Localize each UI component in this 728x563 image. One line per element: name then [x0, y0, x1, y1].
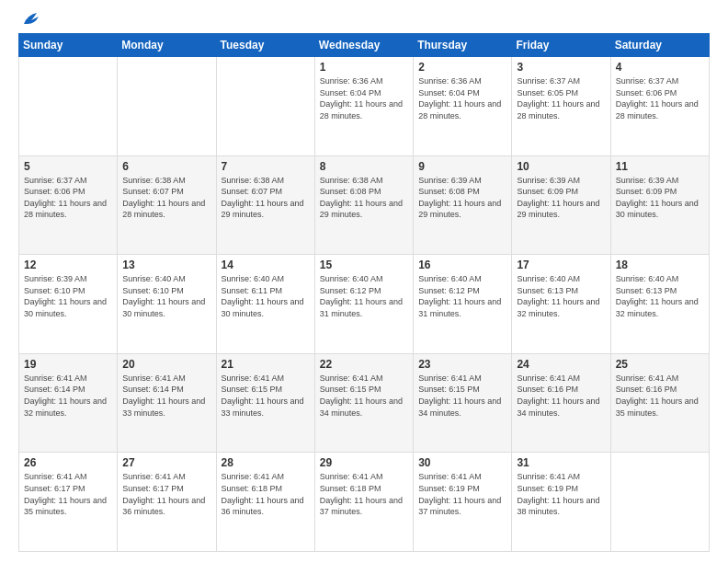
day-info: Sunrise: 6:41 AM Sunset: 6:19 PM Dayligh… — [517, 471, 605, 517]
day-number: 8 — [320, 160, 408, 173]
calendar-cell: 19Sunrise: 6:41 AM Sunset: 6:14 PM Dayli… — [19, 353, 118, 453]
calendar-cell: 16Sunrise: 6:40 AM Sunset: 6:12 PM Dayli… — [414, 255, 512, 354]
day-number: 23 — [418, 358, 506, 371]
day-number: 17 — [517, 259, 605, 271]
calendar-cell: 5Sunrise: 6:37 AM Sunset: 6:06 PM Daylig… — [19, 155, 118, 255]
calendar-cell — [610, 453, 709, 552]
day-number: 2 — [418, 61, 506, 74]
day-number: 18 — [616, 259, 704, 271]
day-info: Sunrise: 6:41 AM Sunset: 6:14 PM Dayligh… — [122, 373, 210, 419]
calendar-cell — [118, 57, 216, 156]
day-info: Sunrise: 6:36 AM Sunset: 6:04 PM Dayligh… — [320, 75, 408, 121]
calendar-cell: 21Sunrise: 6:41 AM Sunset: 6:15 PM Dayli… — [216, 353, 314, 453]
calendar-week-row: 26Sunrise: 6:41 AM Sunset: 6:17 PM Dayli… — [19, 453, 710, 552]
calendar-cell: 3Sunrise: 6:37 AM Sunset: 6:05 PM Daylig… — [512, 57, 610, 156]
calendar-header-row: SundayMondayTuesdayWednesdayThursdayFrid… — [19, 34, 710, 57]
logo-bird-icon — [20, 11, 40, 28]
day-info: Sunrise: 6:40 AM Sunset: 6:13 PM Dayligh… — [517, 273, 605, 319]
calendar-cell — [216, 57, 314, 156]
calendar-table: SundayMondayTuesdayWednesdayThursdayFrid… — [18, 33, 710, 552]
day-number: 13 — [122, 259, 210, 271]
logo — [18, 15, 40, 24]
calendar-cell: 30Sunrise: 6:41 AM Sunset: 6:19 PM Dayli… — [414, 453, 512, 552]
calendar-cell: 10Sunrise: 6:39 AM Sunset: 6:09 PM Dayli… — [512, 155, 610, 255]
day-info: Sunrise: 6:41 AM Sunset: 6:15 PM Dayligh… — [320, 373, 408, 419]
calendar-cell: 11Sunrise: 6:39 AM Sunset: 6:09 PM Dayli… — [610, 155, 709, 255]
calendar-cell: 27Sunrise: 6:41 AM Sunset: 6:17 PM Dayli… — [118, 453, 216, 552]
calendar-week-row: 19Sunrise: 6:41 AM Sunset: 6:14 PM Dayli… — [19, 353, 710, 453]
calendar-day-header: Monday — [118, 34, 216, 57]
day-info: Sunrise: 6:37 AM Sunset: 6:06 PM Dayligh… — [616, 75, 704, 121]
calendar-day-header: Wednesday — [314, 34, 413, 57]
calendar-cell: 22Sunrise: 6:41 AM Sunset: 6:15 PM Dayli… — [314, 353, 413, 453]
day-info: Sunrise: 6:41 AM Sunset: 6:15 PM Dayligh… — [418, 373, 506, 419]
day-number: 15 — [320, 259, 408, 271]
calendar-cell: 4Sunrise: 6:37 AM Sunset: 6:06 PM Daylig… — [610, 57, 709, 156]
calendar-cell: 28Sunrise: 6:41 AM Sunset: 6:18 PM Dayli… — [216, 453, 314, 552]
day-number: 10 — [517, 160, 605, 173]
day-number: 21 — [222, 358, 310, 371]
calendar-cell: 29Sunrise: 6:41 AM Sunset: 6:18 PM Dayli… — [314, 453, 413, 552]
day-info: Sunrise: 6:40 AM Sunset: 6:11 PM Dayligh… — [222, 273, 310, 319]
day-number: 29 — [320, 456, 408, 469]
calendar-cell: 2Sunrise: 6:36 AM Sunset: 6:04 PM Daylig… — [414, 57, 512, 156]
calendar-day-header: Friday — [512, 34, 610, 57]
day-number: 24 — [517, 358, 605, 371]
day-number: 19 — [24, 358, 112, 371]
header — [18, 15, 710, 24]
day-number: 22 — [320, 358, 408, 371]
day-info: Sunrise: 6:36 AM Sunset: 6:04 PM Dayligh… — [418, 75, 506, 121]
day-number: 5 — [24, 160, 112, 173]
day-info: Sunrise: 6:38 AM Sunset: 6:08 PM Dayligh… — [320, 175, 408, 221]
day-number: 16 — [418, 259, 506, 271]
day-info: Sunrise: 6:37 AM Sunset: 6:06 PM Dayligh… — [24, 175, 112, 221]
day-number: 3 — [517, 61, 605, 74]
day-info: Sunrise: 6:38 AM Sunset: 6:07 PM Dayligh… — [222, 175, 310, 221]
day-info: Sunrise: 6:40 AM Sunset: 6:12 PM Dayligh… — [320, 273, 408, 319]
calendar-cell: 15Sunrise: 6:40 AM Sunset: 6:12 PM Dayli… — [314, 255, 413, 354]
day-info: Sunrise: 6:39 AM Sunset: 6:09 PM Dayligh… — [616, 175, 704, 221]
day-info: Sunrise: 6:41 AM Sunset: 6:18 PM Dayligh… — [222, 471, 310, 517]
day-info: Sunrise: 6:41 AM Sunset: 6:14 PM Dayligh… — [24, 373, 112, 419]
day-number: 12 — [24, 259, 112, 271]
calendar-week-row: 12Sunrise: 6:39 AM Sunset: 6:10 PM Dayli… — [19, 255, 710, 354]
day-info: Sunrise: 6:41 AM Sunset: 6:15 PM Dayligh… — [222, 373, 310, 419]
day-number: 25 — [616, 358, 704, 371]
calendar-week-row: 1Sunrise: 6:36 AM Sunset: 6:04 PM Daylig… — [19, 57, 710, 156]
day-number: 26 — [24, 456, 112, 469]
calendar-cell: 20Sunrise: 6:41 AM Sunset: 6:14 PM Dayli… — [118, 353, 216, 453]
day-info: Sunrise: 6:39 AM Sunset: 6:08 PM Dayligh… — [418, 175, 506, 221]
calendar-cell: 12Sunrise: 6:39 AM Sunset: 6:10 PM Dayli… — [19, 255, 118, 354]
calendar-cell: 17Sunrise: 6:40 AM Sunset: 6:13 PM Dayli… — [512, 255, 610, 354]
day-number: 9 — [418, 160, 506, 173]
calendar-cell: 31Sunrise: 6:41 AM Sunset: 6:19 PM Dayli… — [512, 453, 610, 552]
calendar-cell: 1Sunrise: 6:36 AM Sunset: 6:04 PM Daylig… — [314, 57, 413, 156]
day-number: 14 — [222, 259, 310, 271]
day-number: 1 — [320, 61, 408, 74]
calendar-cell: 26Sunrise: 6:41 AM Sunset: 6:17 PM Dayli… — [19, 453, 118, 552]
day-info: Sunrise: 6:41 AM Sunset: 6:19 PM Dayligh… — [418, 471, 506, 517]
day-info: Sunrise: 6:37 AM Sunset: 6:05 PM Dayligh… — [517, 75, 605, 121]
day-info: Sunrise: 6:40 AM Sunset: 6:10 PM Dayligh… — [122, 273, 210, 319]
page: SundayMondayTuesdayWednesdayThursdayFrid… — [0, 0, 728, 563]
day-number: 6 — [122, 160, 210, 173]
day-info: Sunrise: 6:41 AM Sunset: 6:17 PM Dayligh… — [122, 471, 210, 517]
calendar-cell: 24Sunrise: 6:41 AM Sunset: 6:16 PM Dayli… — [512, 353, 610, 453]
day-info: Sunrise: 6:41 AM Sunset: 6:18 PM Dayligh… — [320, 471, 408, 517]
calendar-cell: 13Sunrise: 6:40 AM Sunset: 6:10 PM Dayli… — [118, 255, 216, 354]
day-number: 4 — [616, 61, 704, 74]
day-info: Sunrise: 6:41 AM Sunset: 6:16 PM Dayligh… — [517, 373, 605, 419]
day-info: Sunrise: 6:41 AM Sunset: 6:16 PM Dayligh… — [616, 373, 704, 419]
day-number: 28 — [222, 456, 310, 469]
day-info: Sunrise: 6:40 AM Sunset: 6:12 PM Dayligh… — [418, 273, 506, 319]
day-info: Sunrise: 6:41 AM Sunset: 6:17 PM Dayligh… — [24, 471, 112, 517]
day-info: Sunrise: 6:38 AM Sunset: 6:07 PM Dayligh… — [122, 175, 210, 221]
day-info: Sunrise: 6:39 AM Sunset: 6:09 PM Dayligh… — [517, 175, 605, 221]
calendar-cell: 25Sunrise: 6:41 AM Sunset: 6:16 PM Dayli… — [610, 353, 709, 453]
calendar-cell: 9Sunrise: 6:39 AM Sunset: 6:08 PM Daylig… — [414, 155, 512, 255]
day-info: Sunrise: 6:40 AM Sunset: 6:13 PM Dayligh… — [616, 273, 704, 319]
calendar-cell: 7Sunrise: 6:38 AM Sunset: 6:07 PM Daylig… — [216, 155, 314, 255]
calendar-cell: 18Sunrise: 6:40 AM Sunset: 6:13 PM Dayli… — [610, 255, 709, 354]
day-info: Sunrise: 6:39 AM Sunset: 6:10 PM Dayligh… — [24, 273, 112, 319]
calendar-cell — [19, 57, 118, 156]
